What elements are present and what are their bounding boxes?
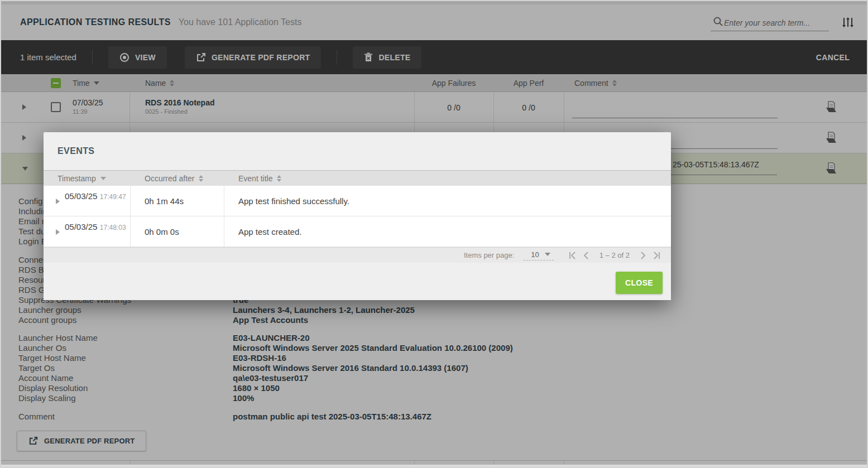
events-table-header: Timestamp Occurred after Event title [44, 170, 671, 186]
timestamp-cell: 05/03/25 17:48:03 [65, 221, 126, 232]
modal-footer: CLOSE [44, 263, 671, 300]
events-pagination-bar: Items per page: 10 1 – 2 of 2 [44, 247, 671, 263]
expand-event-icon[interactable] [56, 199, 60, 204]
column-header-event-title[interactable]: Event title [238, 171, 281, 186]
pagination-range: 1 – 2 of 2 [600, 251, 630, 259]
sort-icon [199, 175, 203, 182]
event-title-cell: App test finished successfully. [238, 186, 349, 216]
column-header-occurred-after[interactable]: Occurred after [145, 171, 203, 186]
sort-icon [277, 175, 281, 182]
first-page-icon[interactable] [568, 252, 577, 259]
previous-page-icon[interactable] [583, 252, 589, 259]
sort-desc-icon [100, 177, 106, 180]
timestamp-cell: 05/03/25 17:49:47 [65, 191, 126, 201]
column-header-timestamp[interactable]: Timestamp [57, 171, 106, 186]
close-button[interactable]: CLOSE [616, 272, 663, 294]
last-page-icon[interactable] [652, 252, 661, 259]
event-row[interactable]: 05/03/25 17:48:03 0h 0m 0s App test crea… [44, 216, 671, 247]
expand-event-icon[interactable] [56, 229, 60, 235]
event-title-cell: App test created. [238, 216, 301, 247]
events-modal: EVENTS Timestamp Occurred after Event ti… [44, 132, 671, 300]
next-page-icon[interactable] [640, 252, 646, 259]
modal-title: EVENTS [57, 132, 94, 170]
occurred-after-cell: 0h 1m 44s [145, 186, 184, 216]
event-row[interactable]: 05/03/25 17:49:47 0h 1m 44s App test fin… [44, 186, 671, 216]
items-per-page-label: Items per page: [464, 251, 514, 259]
chevron-down-icon [545, 253, 550, 256]
bottom-frame [0, 465, 868, 468]
app-testing-results-screen: APPLICATION TESTING RESULTS You have 101… [0, 0, 868, 468]
items-per-page-select[interactable]: 10 [523, 250, 553, 260]
occurred-after-cell: 0h 0m 0s [145, 216, 179, 247]
